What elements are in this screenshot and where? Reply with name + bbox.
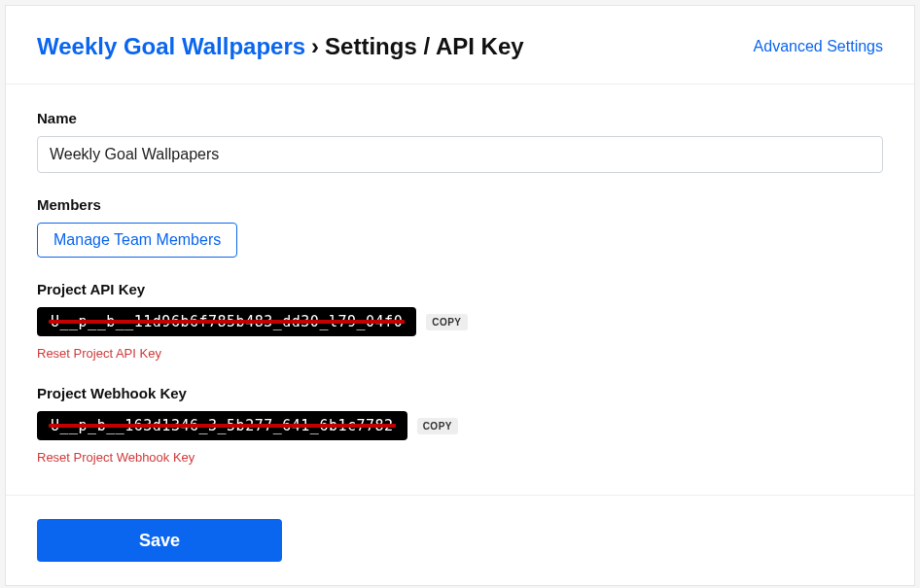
settings-panel: Weekly Goal Wallpapers › Settings / API … (5, 5, 915, 586)
panel-body: Name Members Manage Team Members Project… (6, 85, 914, 495)
webhook-key-section: Project Webhook Key U__p_b__163d1346_3_5… (37, 385, 883, 466)
breadcrumb-project-link[interactable]: Weekly Goal Wallpapers (37, 33, 305, 60)
api-key-value: U__p__b__11d96b6f785b483_dd30_l79_04f0 (37, 307, 416, 336)
page-title: Settings / API Key (325, 33, 524, 60)
name-label: Name (37, 110, 883, 126)
advanced-settings-link[interactable]: Advanced Settings (754, 38, 883, 55)
breadcrumb: Weekly Goal Wallpapers › Settings / API … (37, 33, 524, 60)
webhook-key-row: U__p_b__163d1346_3_5b277_641_6b1c7782 CO… (37, 411, 883, 440)
reset-api-key-link[interactable]: Reset Project API Key (37, 346, 161, 361)
reset-webhook-key-link[interactable]: Reset Project Webhook Key (37, 450, 195, 465)
panel-footer: Save (6, 495, 914, 585)
api-key-section: Project API Key U__p__b__11d96b6f785b483… (37, 281, 883, 362)
name-input[interactable] (37, 136, 883, 173)
api-key-row: U__p__b__11d96b6f785b483_dd30_l79_04f0 C… (37, 307, 883, 336)
members-label: Members (37, 196, 883, 213)
panel-header: Weekly Goal Wallpapers › Settings / API … (6, 6, 914, 85)
members-section: Members Manage Team Members (37, 196, 883, 258)
api-key-label: Project API Key (37, 281, 883, 297)
name-section: Name (37, 110, 883, 173)
breadcrumb-separator: › (311, 33, 319, 60)
webhook-key-value: U__p_b__163d1346_3_5b277_641_6b1c7782 (37, 411, 407, 440)
manage-team-members-button[interactable]: Manage Team Members (37, 223, 237, 258)
copy-api-key-button[interactable]: COPY (426, 314, 467, 330)
webhook-key-label: Project Webhook Key (37, 385, 883, 401)
save-button[interactable]: Save (37, 519, 282, 562)
copy-webhook-key-button[interactable]: COPY (417, 418, 458, 434)
